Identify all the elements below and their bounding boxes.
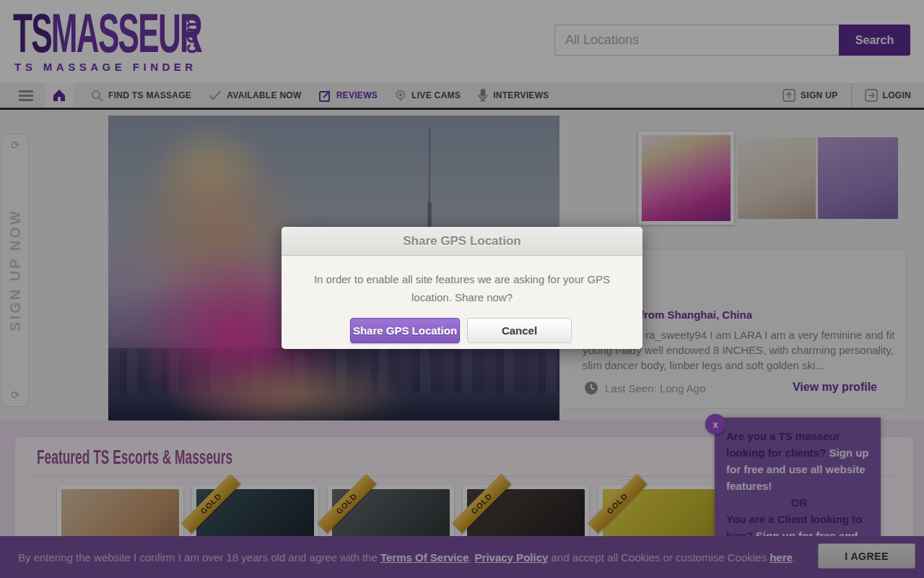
share-gps-modal: Share GPS Location In order to enable al… [282, 227, 642, 349]
cancel-button[interactable]: Cancel [467, 318, 572, 343]
share-gps-confirm-button[interactable]: Share GPS Location [350, 318, 460, 343]
modal-title: Share GPS Location [282, 227, 642, 256]
page: TSMASSEUR com TS MASSAGE FINDER Search F… [0, 0, 924, 578]
modal-body-text: In order to enable all site features we … [282, 256, 642, 306]
